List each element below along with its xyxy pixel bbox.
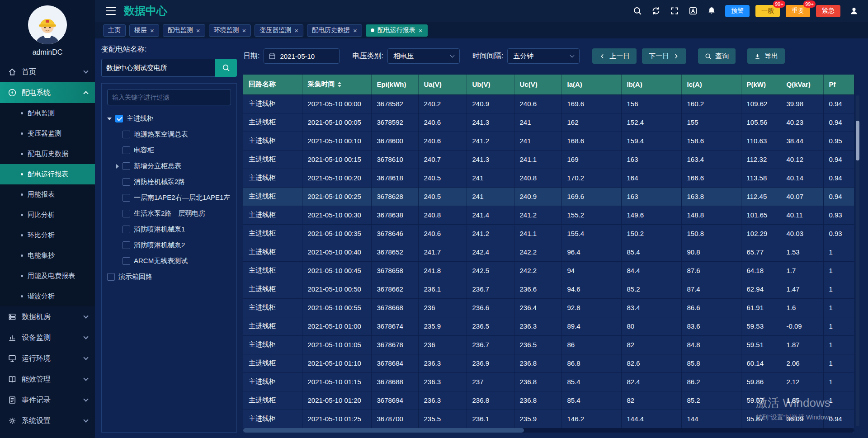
sidebar-subitem-transformer-monitoring[interactable]: 变压器监测 (0, 123, 95, 144)
table-row[interactable]: 主进线柜2021-05-10 01:253678700235.5236.1235… (243, 410, 854, 428)
tree-expand-caret-icon[interactable] (107, 118, 112, 120)
tree-node-fire-hydrant-pump-2[interactable]: 消防栓机械泵2路 (107, 174, 231, 190)
table-row[interactable]: 主进线柜2021-05-10 01:053678678236236.7236.5… (243, 335, 854, 354)
tree-checkbox[interactable] (123, 241, 130, 249)
column-header-pf[interactable]: Pf (823, 75, 854, 94)
tab-close-icon[interactable]: × (419, 27, 423, 34)
tab-close-icon[interactable]: × (196, 27, 200, 34)
sidebar-subitem-yoy-analysis[interactable]: 同比分析 (0, 205, 95, 225)
column-header-p[interactable]: P(kW) (741, 75, 781, 94)
tree-checkbox[interactable] (123, 178, 130, 186)
sidebar-item-system-settings[interactable]: 系统设置 (0, 410, 95, 431)
interval-select[interactable]: 五分钟 (507, 48, 580, 64)
table-row[interactable]: 主进线柜2021-05-10 00:553678668236236.6236.4… (243, 298, 854, 317)
prev-day-button[interactable]: 上一日 (592, 48, 637, 64)
tab-env-monitoring[interactable]: 环境监测× (209, 24, 251, 37)
column-header-uc[interactable]: Uc(V) (514, 75, 561, 94)
sidebar-item-device-monitor[interactable]: 设备监测 (0, 327, 95, 348)
column-header-q[interactable]: Q(kVar) (781, 75, 823, 94)
tree-checkbox[interactable] (123, 162, 130, 170)
tab-close-icon[interactable]: × (294, 27, 298, 34)
tree-checkbox[interactable] (123, 210, 130, 217)
alarm-button-warning[interactable]: 预警 (725, 5, 750, 17)
tab-close-icon[interactable]: × (242, 27, 246, 34)
sidebar-item-home[interactable]: 首页 (0, 61, 95, 82)
column-header-epi[interactable]: Epi(kWh) (371, 75, 418, 94)
next-day-button[interactable]: 下一日 (642, 48, 686, 64)
table-row[interactable]: 主进线柜2021-05-10 00:503678662236.1236.7236… (243, 280, 854, 298)
sidebar-item-runtime-env[interactable]: 运行环境 (0, 348, 95, 369)
tree-node-capacitor-cabinet[interactable]: 电容柜 (107, 142, 231, 158)
fullscreen-icon[interactable] (670, 6, 679, 16)
tree-node-new-standalone-cabinet-total[interactable]: 新增分立柜总表 (107, 158, 231, 174)
hamburger-menu-icon[interactable] (106, 7, 116, 15)
tree-node-main-incoming-cabinet[interactable]: 主进线柜 (107, 111, 231, 127)
refresh-icon[interactable] (651, 6, 661, 16)
tab-close-icon[interactable]: × (353, 27, 357, 34)
alarm-button-important[interactable]: 重要99+ (786, 5, 810, 17)
table-row[interactable]: 主进线柜2021-05-10 00:453678658241.8242.5242… (243, 261, 854, 280)
sidebar-item-power-system[interactable]: 配电系统 (0, 82, 95, 103)
column-header-ia[interactable]: Ia(A) (561, 75, 621, 94)
tree-checkbox[interactable] (123, 226, 130, 233)
tab-power-history-data[interactable]: 配电历史数据× (307, 24, 362, 37)
tab-transformer-monitoring[interactable]: 变压器监测× (255, 24, 303, 37)
sidebar-item-event-log[interactable]: 事件记录 (0, 390, 95, 410)
tree-node-spray-pump-2[interactable]: 消防喷淋机械泵2 (107, 237, 231, 253)
alarm-button-urgent[interactable]: 紧急 (816, 5, 840, 17)
font-size-icon[interactable] (688, 6, 698, 16)
column-header-ib[interactable]: Ib(A) (621, 75, 681, 94)
sidebar-subitem-energy-report[interactable]: 用能报表 (0, 184, 95, 205)
alarm-button-general[interactable]: 一般99+ (755, 5, 780, 17)
tree-checkbox[interactable] (123, 146, 130, 154)
tree-node-demo-box-circuit[interactable]: 演示箱回路 (107, 269, 231, 285)
vertical-scrollbar-thumb[interactable] (856, 121, 859, 160)
tree-node-ground-source-pump-total[interactable]: 地源热泵空调总表 (107, 127, 231, 142)
sidebar-subitem-mom-analysis[interactable]: 环比分析 (0, 225, 95, 245)
sidebar-subitem-meter-reading[interactable]: 电能集抄 (0, 245, 95, 266)
tree-checkbox[interactable] (123, 194, 130, 202)
sidebar-subitem-power-operation-report[interactable]: 配电运行报表 (0, 164, 95, 184)
table-row[interactable]: 主进线柜2021-05-10 00:203678618240.5241240.8… (243, 169, 854, 187)
tree-filter-input[interactable] (107, 89, 231, 105)
tree-node-spray-pump-1[interactable]: 消防喷淋机械泵1 (107, 221, 231, 237)
column-header-time[interactable]: 采集时间 (302, 75, 371, 94)
export-button[interactable]: 导出 (747, 48, 785, 64)
table-row[interactable]: 主进线柜2021-05-10 00:003678582240.2240.9240… (243, 94, 854, 113)
table-row[interactable]: 主进线柜2021-05-10 00:153678610240.7241.3241… (243, 150, 854, 169)
tree-node-floor1-south-ape2[interactable]: 一层南1APE2右—层北1APE1左 (107, 190, 231, 206)
column-header-ic[interactable]: Ic(A) (681, 75, 741, 94)
tab-home[interactable]: 主页 (103, 24, 126, 37)
table-row[interactable]: 主进线柜2021-05-10 00:253678628240.5241240.9… (243, 187, 854, 206)
table-row[interactable]: 主进线柜2021-05-10 00:353678646240.6241.2241… (243, 224, 854, 243)
date-picker[interactable]: 2021-05-10 (264, 48, 340, 64)
bell-icon[interactable] (707, 6, 717, 16)
sidebar-subitem-energy-fee-report[interactable]: 用能及电费报表 (0, 266, 95, 286)
table-row[interactable]: 主进线柜2021-05-10 01:103678684236.3236.9236… (243, 354, 854, 372)
sort-icon[interactable] (338, 82, 341, 87)
table-row[interactable]: 主进线柜2021-05-10 01:003678674235.9236.5236… (243, 317, 854, 335)
sidebar-item-data-room[interactable]: 数据机房 (0, 306, 95, 327)
table-row[interactable]: 主进线柜2021-05-10 01:153678688236.3237236.8… (243, 372, 854, 391)
horizontal-scrollbar-thumb[interactable] (243, 428, 524, 433)
tab-floor[interactable]: 楼层× (129, 24, 159, 37)
station-search-button[interactable] (215, 59, 237, 77)
tab-power-monitoring[interactable]: 配电监测× (163, 24, 205, 37)
column-header-ub[interactable]: Ub(V) (467, 75, 514, 94)
station-search-input[interactable] (101, 59, 215, 77)
search-icon[interactable] (632, 6, 642, 16)
tab-power-operation-report[interactable]: 配电运行报表× (366, 24, 428, 37)
table-row[interactable]: 主进线柜2021-05-10 00:303678638240.8241.4241… (243, 206, 854, 224)
table-row[interactable]: 主进线柜2021-05-10 00:403678652241.7242.4242… (243, 243, 854, 261)
tab-close-icon[interactable]: × (150, 27, 154, 34)
sidebar-subitem-power-history-data[interactable]: 配电历史数据 (0, 144, 95, 164)
tree-node-living-water-pump-2[interactable]: 生活水泵2路—层弱电房 (107, 206, 231, 221)
table-row[interactable]: 主进线柜2021-05-10 00:103678600240.6241.2241… (243, 132, 854, 150)
tree-checkbox[interactable] (115, 115, 123, 122)
voltage-type-select[interactable]: 相电压 (387, 48, 460, 64)
sidebar-subitem-harmonic-analysis[interactable]: 谐波分析 (0, 286, 95, 306)
tree-collapse-caret-icon[interactable] (116, 164, 119, 169)
user-icon[interactable] (849, 6, 859, 16)
sidebar-item-energy-mgmt[interactable]: 能效管理 (0, 369, 95, 390)
tree-checkbox[interactable] (107, 273, 115, 281)
